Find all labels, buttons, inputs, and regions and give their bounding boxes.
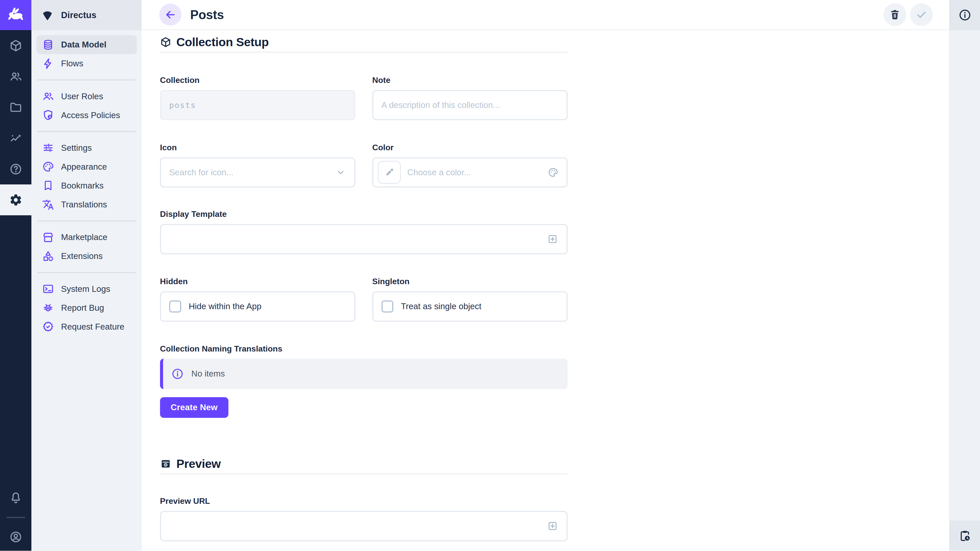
trash-icon [889,9,901,21]
module-docs[interactable] [0,154,32,184]
page-header: Posts [142,0,949,30]
sidebar-item-label: Data Model [61,40,107,49]
field-label: Collection [160,76,355,85]
field-label: Color [372,143,568,152]
sidebar-item-flows[interactable]: Flows [37,54,137,73]
account-circle-icon [9,530,22,544]
save-button[interactable] [910,3,933,26]
sidebar-item-access-policies[interactable]: Access Policies [37,106,137,125]
activity-sidebar-button[interactable] [950,521,980,551]
page-content: Collection Setup Collection Note [142,30,949,551]
sidebar-item-extensions[interactable]: Extensions [37,247,137,265]
seal-check-icon [42,321,54,333]
color-input-control[interactable] [407,168,541,177]
eyedropper-icon [384,167,394,177]
preview-form: Preview URL [160,496,568,541]
add-field-icon[interactable] [547,520,558,532]
section-divider [160,473,568,475]
sidebar-item-bookmarks[interactable]: Bookmarks [37,176,137,195]
field-label: Singleton [372,277,568,286]
notifications-button[interactable] [0,484,32,512]
form-row: Display Template [160,210,568,254]
box-icon [160,37,171,48]
delete-button[interactable] [883,3,906,26]
display-template-input[interactable] [160,224,568,254]
module-files[interactable] [0,92,32,123]
checkbox-label: Hide within the App [189,302,261,311]
module-settings[interactable] [0,184,32,215]
nav-divider [37,221,136,222]
module-users[interactable] [0,61,32,92]
collection-setup-form: Collection Note Icon [160,76,568,418]
main-area: Posts [142,0,949,551]
section-preview: Preview [160,457,949,471]
sidebar-item-request-feature[interactable]: Request Feature [37,318,137,336]
clipboard-clock-icon [959,530,971,542]
terminal-icon [42,283,54,295]
color-input[interactable] [372,157,568,187]
section-divider [160,52,568,53]
project-name: Directus [61,10,96,20]
sidebar-item-user-roles[interactable]: User Roles [37,87,137,106]
hidden-checkbox[interactable] [169,300,181,313]
hidden-checkbox-row[interactable]: Hide within the App [160,291,355,321]
preview-url-control[interactable] [169,521,541,531]
field-note: Note [372,76,568,120]
bolt-icon [42,58,54,70]
field-label: Icon [160,143,355,152]
back-button[interactable] [159,3,181,25]
sidebar-item-label: Bookmarks [61,181,103,191]
field-color: Color [372,143,568,187]
sidebar-item-appearance[interactable]: Appearance [37,157,137,176]
add-field-icon[interactable] [547,233,558,245]
preview-url-input[interactable] [160,511,568,541]
sidebar-item-label: Request Feature [61,322,124,332]
directus-rabbit-icon [6,6,25,24]
create-new-button[interactable]: Create New [160,397,228,418]
sidebar-item-marketplace[interactable]: Marketplace [37,228,137,247]
sidebar-item-settings[interactable]: Settings [37,138,137,157]
singleton-checkbox[interactable] [382,300,393,313]
directus-logo[interactable] [0,0,32,30]
directus-app: Directus Data Model Flows [0,0,980,551]
palette-icon [42,161,54,173]
help-icon [9,162,22,176]
icon-search-input[interactable] [169,168,329,177]
field-label: Collection Naming Translations [160,344,568,354]
gear-icon [9,193,22,206]
module-content[interactable] [0,30,32,61]
empty-list-text: No items [191,369,225,379]
module-bar-divider [6,517,25,518]
fan-icon [41,8,54,22]
display-template-control[interactable] [169,234,541,244]
icon-select[interactable] [160,157,355,187]
sidebar-item-label: Appearance [61,162,107,171]
tune-icon [42,142,54,154]
module-insights[interactable] [0,123,32,154]
project-switcher[interactable]: Directus [32,0,142,30]
sidebar-item-translations[interactable]: Translations [37,195,137,214]
people-icon [9,70,22,83]
field-hidden: Hidden Hide within the App [160,277,355,321]
eyedropper-button[interactable] [378,161,401,184]
note-input-control[interactable] [382,100,558,110]
sidebar-item-data-model[interactable]: Data Model [37,35,137,54]
section-collection-setup: Collection Setup [160,35,949,49]
note-input[interactable] [372,90,568,120]
sidebar-item-system-logs[interactable]: System Logs [37,279,137,299]
field-naming-translations: Collection Naming Translations No items … [160,344,568,418]
field-label: Display Template [160,210,568,219]
section-title-text: Preview [177,457,221,471]
sidebar-item-report-bug[interactable]: Report Bug [37,299,137,318]
sidebar-item-label: Marketplace [61,232,107,242]
preview-icon [160,458,171,469]
bookmark-icon [42,179,54,192]
checkbox-label: Treat as single object [401,302,481,311]
insights-icon [9,132,22,145]
chevron-down-icon[interactable] [335,167,346,178]
palette-icon[interactable] [548,167,558,178]
account-button[interactable] [0,523,32,551]
info-sidebar-button[interactable] [950,0,980,30]
singleton-checkbox-row[interactable]: Treat as single object [372,291,568,321]
form-row: Collection Note [160,76,568,120]
